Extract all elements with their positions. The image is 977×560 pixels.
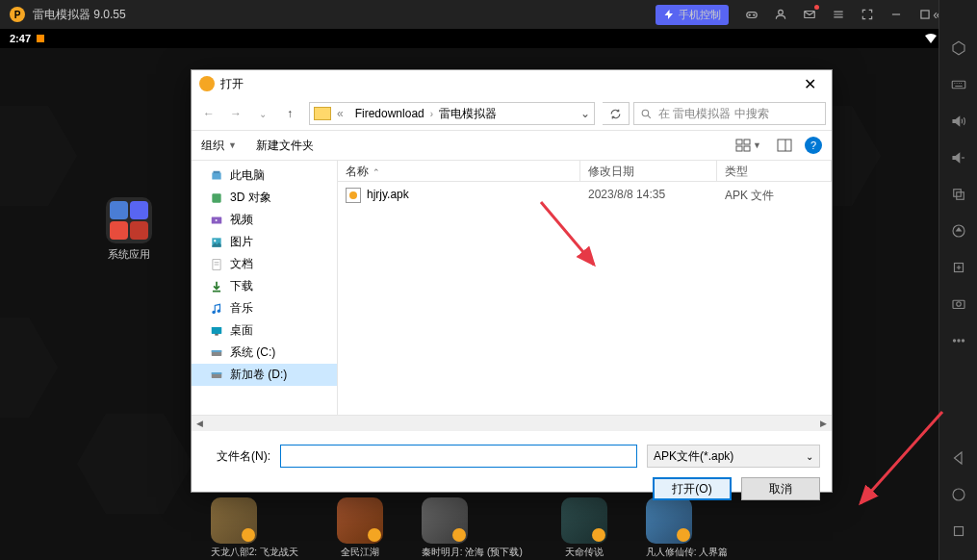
tree-item[interactable]: 新加卷 (D:) [192, 364, 337, 386]
tree-item[interactable]: 此电脑 [192, 165, 337, 187]
multi-instance-icon[interactable] [949, 185, 968, 204]
svg-rect-9 [952, 81, 965, 89]
filename-label: 文件名(N): [203, 448, 270, 465]
file-list[interactable]: 名称⌃ 修改日期 类型 hjrjy.apk 2023/8/8 14:35 APK… [338, 161, 832, 415]
svg-point-21 [642, 110, 649, 116]
system-apps-folder[interactable]: 系统应用 [106, 197, 152, 262]
folder-icon [314, 107, 331, 120]
folder-tree[interactable]: 此电脑 3D 对象 视频 图片 文档 下载 音乐 桌面 系统 (C:) 新加卷 … [192, 161, 338, 415]
breadcrumb-item[interactable]: 雷电模拟器 [439, 106, 497, 122]
scroll-right-icon[interactable]: ▶ [815, 416, 832, 432]
tree-item[interactable]: 系统 (C:) [192, 342, 337, 364]
svg-rect-22 [736, 140, 742, 144]
app-title: 雷电模拟器 9.0.55 [33, 7, 656, 23]
install-apk-icon[interactable] [949, 258, 968, 277]
svg-rect-24 [736, 146, 742, 151]
organize-button[interactable]: 组织 ▼ [201, 138, 237, 154]
svg-point-40 [218, 309, 221, 313]
column-date[interactable]: 修改日期 [580, 161, 717, 181]
menu-icon[interactable] [825, 1, 852, 28]
filetype-select[interactable]: APK文件(*.apk) ⌄ [647, 445, 820, 468]
nav-back-button[interactable]: ← [197, 102, 220, 125]
breadcrumb-item[interactable]: Firedownload [355, 107, 424, 120]
svg-rect-10 [953, 190, 961, 197]
back-icon[interactable] [949, 448, 968, 468]
phone-control-label: 手机控制 [679, 8, 721, 22]
horizontal-scrollbar[interactable]: ◀ ▶ [192, 415, 832, 431]
user-icon[interactable] [767, 1, 794, 28]
android-statusbar: 2:47 [0, 29, 977, 48]
dialog-icon [199, 76, 215, 91]
svg-point-19 [953, 489, 964, 500]
tree-item[interactable]: 文档 [192, 253, 337, 275]
svg-point-39 [212, 310, 216, 314]
volume-down-icon[interactable] [949, 148, 968, 167]
dialog-toolbar: 组织 ▼ 新建文件夹 ▼ ? [192, 130, 832, 161]
app-logo: P [10, 7, 25, 22]
svg-rect-28 [212, 172, 220, 179]
home-icon[interactable] [949, 485, 968, 504]
sync-icon[interactable] [949, 221, 968, 241]
recents-icon[interactable] [949, 522, 968, 541]
svg-rect-20 [954, 527, 963, 536]
wifi-icon [925, 34, 937, 43]
column-type[interactable]: 类型 [717, 161, 832, 181]
tree-item[interactable]: 视频 [192, 209, 337, 231]
cancel-button[interactable]: 取消 [741, 477, 820, 500]
tree-item[interactable]: 图片 [192, 231, 337, 253]
svg-rect-44 [212, 350, 222, 352]
column-name[interactable]: 名称⌃ [338, 161, 580, 181]
titlebar: P 雷电模拟器 9.0.55 手机控制 [0, 0, 977, 29]
sort-indicator-icon: ⌃ [373, 167, 380, 177]
fullscreen-icon[interactable] [854, 1, 881, 28]
filename-input[interactable] [280, 445, 637, 468]
nav-up-button[interactable]: ↑ [278, 102, 301, 125]
svg-point-3 [779, 10, 784, 14]
svg-point-1 [749, 14, 750, 15]
more-icon[interactable] [949, 331, 968, 350]
svg-rect-46 [212, 372, 222, 374]
search-placeholder: 在 雷电模拟器 中搜索 [658, 106, 769, 122]
dialog-close-button[interactable]: ✕ [796, 75, 824, 93]
mail-icon[interactable] [796, 1, 823, 28]
open-button[interactable]: 打开(O) [653, 477, 732, 500]
svg-rect-5 [921, 11, 929, 18]
view-mode-button[interactable]: ▼ [733, 136, 764, 155]
nav-recent-button[interactable]: ⌄ [251, 102, 274, 125]
keyboard-icon[interactable] [949, 75, 968, 94]
svg-rect-41 [212, 326, 222, 333]
dialog-titlebar: 打开 ✕ [192, 70, 832, 97]
apk-file-icon [346, 188, 361, 203]
file-list-header[interactable]: 名称⌃ 修改日期 类型 [338, 161, 832, 182]
tree-item[interactable]: 桌面 [192, 319, 337, 342]
file-row[interactable]: hjrjy.apk 2023/8/8 14:35 APK 文件 [338, 182, 832, 210]
dialog-footer: 文件名(N): APK文件(*.apk) ⌄ 打开(O) 取消 [192, 431, 832, 514]
svg-marker-8 [953, 41, 964, 55]
tree-item[interactable]: 音乐 [192, 297, 337, 319]
svg-point-16 [953, 340, 955, 342]
search-icon [640, 108, 653, 120]
refresh-button[interactable] [603, 102, 630, 125]
search-input[interactable]: 在 雷电模拟器 中搜索 [633, 102, 826, 125]
chevron-down-icon: ⌄ [806, 451, 813, 462]
volume-up-icon[interactable] [949, 112, 968, 131]
svg-point-18 [962, 340, 964, 342]
preview-pane-button[interactable] [774, 136, 795, 155]
help-icon[interactable]: ? [805, 137, 822, 154]
gamepad-icon[interactable] [738, 1, 765, 28]
new-folder-button[interactable]: 新建文件夹 [256, 138, 314, 154]
minimize-icon[interactable] [883, 1, 910, 28]
settings-hex-icon[interactable] [949, 38, 968, 58]
breadcrumb-dropdown-icon[interactable]: ⌄ [580, 107, 590, 120]
svg-rect-42 [215, 333, 219, 335]
svg-rect-23 [744, 140, 750, 144]
tree-item[interactable]: 3D 对象 [192, 187, 337, 209]
svg-point-2 [754, 14, 755, 15]
breadcrumb[interactable]: « Firedownload › 雷电模拟器 ⌄ [309, 102, 595, 125]
screenshot-icon[interactable] [949, 294, 968, 314]
tree-item[interactable]: 下载 [192, 275, 337, 297]
phone-control-button[interactable]: 手机控制 [656, 5, 729, 25]
dialog-title: 打开 [220, 76, 244, 92]
scroll-left-icon[interactable]: ◀ [192, 416, 208, 432]
svg-point-15 [956, 302, 961, 307]
